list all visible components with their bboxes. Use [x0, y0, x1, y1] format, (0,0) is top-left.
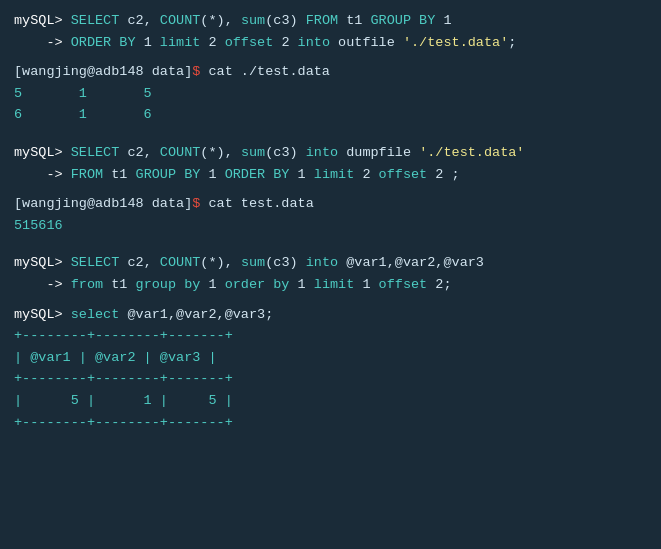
blank-1 — [14, 53, 647, 61]
line-data-3: 515616 — [14, 215, 647, 237]
blank-7 — [14, 296, 647, 304]
terminal: mySQL> SELECT c2, COUNT(*), sum(c3) FROM… — [14, 10, 647, 539]
line-table-data: | 5 | 1 | 5 | — [14, 390, 647, 412]
blank-5 — [14, 236, 647, 244]
line-data-1: 5 1 5 — [14, 83, 647, 105]
line-shell-1: [wangjing@adb148 data]$ cat ./test.data — [14, 61, 647, 83]
line-table-header: | @var1 | @var2 | @var3 | — [14, 347, 647, 369]
line-1: mySQL> SELECT c2, COUNT(*), sum(c3) FROM… — [14, 10, 647, 32]
blank-2 — [14, 126, 647, 134]
line-6: -> from t1 group by 1 order by 1 limit 1… — [14, 274, 647, 296]
blank-4 — [14, 185, 647, 193]
line-table-sep-1: +--------+--------+-------+ — [14, 325, 647, 347]
line-4: -> FROM t1 GROUP BY 1 ORDER BY 1 limit 2… — [14, 164, 647, 186]
blank-6 — [14, 244, 647, 252]
line-data-2: 6 1 6 — [14, 104, 647, 126]
line-table-sep-3: +--------+--------+-------+ — [14, 412, 647, 434]
line-shell-2: [wangjing@adb148 data]$ cat test.data — [14, 193, 647, 215]
blank-3 — [14, 134, 647, 142]
line-3: mySQL> SELECT c2, COUNT(*), sum(c3) into… — [14, 142, 647, 164]
line-2: -> ORDER BY 1 limit 2 offset 2 into outf… — [14, 32, 647, 54]
line-7: mySQL> select @var1,@var2,@var3; — [14, 304, 647, 326]
line-5: mySQL> SELECT c2, COUNT(*), sum(c3) into… — [14, 252, 647, 274]
line-table-sep-2: +--------+--------+-------+ — [14, 368, 647, 390]
